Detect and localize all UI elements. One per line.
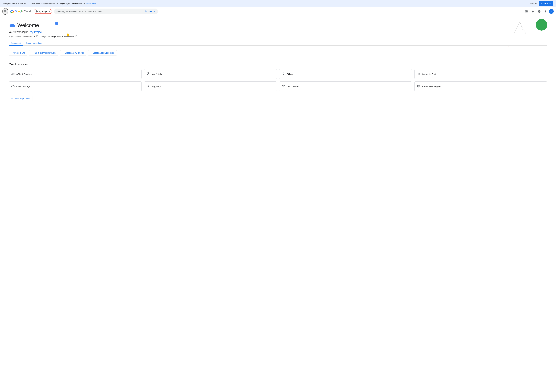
qa-card-bigquery[interactable]: BigQuery (144, 81, 277, 91)
quick-access-title: Quick access (9, 63, 547, 66)
plus-icon: + (31, 52, 33, 54)
svg-point-2 (12, 12, 14, 13)
search-input[interactable] (56, 10, 142, 13)
svg-point-0 (11, 10, 13, 11)
project-name-link[interactable]: My Project (30, 31, 42, 33)
trial-banner-left: Start your Free Trial with $300 in credi… (3, 2, 96, 5)
qa-card-iam-admin[interactable]: IAM & Admin (144, 69, 277, 79)
plus-icon: + (11, 52, 12, 54)
cloud-storage-icon (11, 85, 15, 88)
menu-icon[interactable] (2, 8, 8, 15)
svg-point-3 (10, 12, 12, 13)
create-gke-button[interactable]: + Create a GKE cluster (60, 50, 86, 55)
project-name: My Project (39, 10, 48, 13)
welcome-logo-row: Welcome (9, 22, 547, 29)
create-vm-button[interactable]: + Create a VM (9, 50, 27, 55)
terminal-icon[interactable] (524, 8, 529, 14)
project-selector[interactable]: My Project ▾ (34, 9, 52, 14)
svg-rect-11 (12, 27, 14, 27)
qa-card-label: Cloud Storage (16, 85, 30, 88)
qa-card-cloud-storage[interactable]: Cloud Storage (9, 81, 142, 91)
vpc-icon (282, 85, 285, 88)
shield-icon (146, 72, 150, 76)
project-line: You're working in My Project (9, 31, 547, 34)
tab-dashboard[interactable]: Dashboard (9, 41, 23, 46)
copy-project-number-icon[interactable] (36, 35, 39, 38)
svg-point-4 (10, 11, 11, 12)
qa-card-label: Kubernetes Engine (422, 85, 440, 88)
grid-icon (11, 97, 14, 100)
search-bar: Search (54, 8, 158, 14)
quick-access-grid: API APIs & Services IAM & Admin Billing (9, 69, 547, 91)
svg-point-1 (13, 11, 14, 12)
compute-engine-icon (417, 72, 420, 76)
qa-card-compute-engine[interactable]: Compute Engine (414, 69, 547, 79)
chevron-down-icon: ▾ (49, 10, 50, 12)
tab-recommendations[interactable]: Recommendations (23, 41, 45, 46)
project-icon (36, 10, 38, 12)
project-number-item: Project number: 679782140126 (9, 35, 39, 38)
qa-card-label: IAM & Admin (152, 73, 164, 75)
create-storage-bucket-button[interactable]: + Create a storage bucket (88, 50, 117, 55)
help-icon[interactable] (536, 8, 542, 14)
qa-card-vpc-network[interactable]: VPC network (279, 81, 412, 91)
svg-rect-10 (11, 27, 12, 27)
welcome-section: Welcome You're working in My Project Pro… (9, 22, 547, 101)
google-cloud-logo[interactable]: Google Cloud (10, 10, 31, 13)
logo-text: Google Cloud (15, 10, 31, 13)
view-all-label: View all products (15, 97, 30, 100)
qa-card-apis-services[interactable]: API APIs & Services (9, 69, 142, 79)
trial-banner-link[interactable]: Learn more (86, 2, 96, 5)
trial-banner-right: DISMISS ACTIVATE (529, 1, 553, 6)
bigquery-icon (146, 85, 150, 88)
cloud-logo-icon (9, 22, 16, 29)
qa-card-label: BigQuery (152, 85, 161, 88)
activate-button[interactable]: ACTIVATE (539, 1, 553, 6)
qa-card-kubernetes-engine[interactable]: Kubernetes Engine (414, 81, 547, 91)
copy-project-id-icon[interactable] (75, 35, 77, 38)
qa-card-label: Compute Engine (422, 73, 438, 75)
action-buttons: + Create a VM + Run a query in BigQuery … (9, 50, 547, 55)
qa-card-label: VPC network (287, 85, 300, 88)
run-bigquery-button[interactable]: + Run a query in BigQuery (29, 50, 58, 55)
api-icon: API (11, 73, 15, 75)
trial-banner-text: Start your Free Trial with $300 in credi… (3, 2, 85, 5)
dismiss-button[interactable]: DISMISS (529, 2, 537, 5)
notifications-icon[interactable] (530, 8, 536, 14)
svg-rect-12 (14, 27, 14, 27)
user-avatar[interactable]: n (549, 9, 554, 14)
header-icons: n (524, 8, 554, 14)
welcome-title: Welcome (17, 22, 39, 28)
plus-icon: + (91, 52, 92, 54)
kubernetes-icon (417, 85, 420, 88)
search-button[interactable]: Search (144, 9, 156, 13)
project-meta: Project number: 679782140126 Project ID:… (9, 35, 547, 38)
view-all-products-button[interactable]: View all products (9, 96, 32, 101)
qa-card-billing[interactable]: Billing (279, 69, 412, 79)
header: Google Cloud My Project ▾ Search (0, 7, 556, 16)
qa-card-label: Billing (287, 73, 293, 75)
project-id-item: Project ID: my-project-1518628371338 (42, 35, 77, 38)
plus-icon: + (62, 52, 64, 54)
tabs: Dashboard Recommendations (9, 41, 547, 46)
more-options-icon[interactable] (543, 8, 548, 14)
svg-rect-9 (9, 27, 11, 27)
trial-banner: Start your Free Trial with $300 in credi… (0, 0, 556, 7)
qa-card-label: APIs & Services (16, 73, 32, 75)
main-content: Welcome You're working in My Project Pro… (0, 16, 556, 107)
search-button-label: Search (148, 10, 155, 13)
billing-icon (282, 72, 285, 76)
